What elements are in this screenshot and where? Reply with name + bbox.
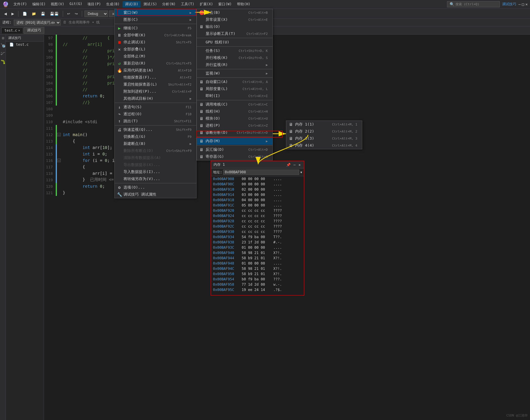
forward-btn[interactable]: ▶: [10, 11, 16, 16]
menu-build[interactable]: 生成(B): [104, 1, 122, 7]
mem-addr-16: 0x00BAF948: [213, 261, 239, 265]
tab-bar: test.c ✕ 调试技巧: [0, 26, 530, 35]
debug-config-dropdown[interactable]: Debug: [84, 11, 108, 17]
line-num-101: 101: [44, 62, 56, 66]
back-btn[interactable]: ◀: [2, 11, 9, 16]
collapse-btn-112[interactable]: -: [57, 133, 61, 136]
menu-edit[interactable]: 编辑(E): [30, 1, 48, 7]
memory-row-14: 0x00BAF940 58 98 21 01 X?!.: [211, 250, 304, 255]
memory-row-13: 0x00BAF93C 01 00 00 00 ....: [211, 245, 304, 250]
window-title: 调试技巧: [502, 2, 516, 7]
mem-chars-21: .?$.: [273, 288, 282, 292]
mem-chars-2: ....: [273, 187, 282, 192]
menu-test[interactable]: 测试(S): [141, 1, 159, 7]
memory-content[interactable]: 0x00BAF908 00 00 00 00 .... 0x00BAF90C 0…: [211, 176, 304, 293]
menu-analyze[interactable]: 分析(N): [160, 1, 178, 7]
search-sidebar-icon[interactable]: 🔍: [1, 42, 5, 49]
solution-item-testc[interactable]: 📄 test.c: [6, 42, 44, 48]
save-btn[interactable]: 💾: [39, 11, 47, 16]
code-line-114: 114 int arr[10];: [44, 144, 530, 151]
maximize-btn[interactable]: □: [522, 2, 524, 6]
menu-debug[interactable]: 调试(D): [123, 1, 141, 7]
mem-addr-18: 0x00BAF950: [213, 272, 239, 276]
menu-window[interactable]: 窗口(W): [216, 1, 234, 7]
mem-bytes-21: 19 ee 24 14: [242, 288, 271, 292]
line-num-104: 104: [44, 81, 56, 85]
line-num-115: 115: [44, 152, 56, 156]
green-bar-106: [56, 93, 57, 99]
mem-bytes-13: 01 00 00 00: [242, 245, 271, 250]
code-line-106: 106 return 0;: [44, 93, 530, 99]
memory-row-17: 0x00BAF94C 58 98 21 01 X?!.: [211, 266, 304, 271]
mem-chars-16: ....: [273, 261, 282, 265]
mem-bytes-11: 54 f9 ba 00: [242, 235, 271, 239]
memory-row-5: 0x00BAF91C 05 00 00 00 ....: [211, 203, 304, 208]
open-btn[interactable]: 📁: [30, 11, 38, 16]
line-num-111: 111: [44, 126, 56, 131]
menu-project[interactable]: 项目(P): [85, 1, 103, 7]
memory-addr-nav[interactable]: ▼: [300, 171, 302, 174]
memory-addr-input[interactable]: [223, 170, 299, 175]
mem-addr-20: 0x00BAF958: [213, 282, 239, 287]
redo-btn[interactable]: ↪: [73, 11, 79, 16]
mem-bytes-4: 04 00 00 00: [242, 198, 271, 202]
tab-solution[interactable]: 调试技巧: [24, 27, 44, 34]
mem-addr-0: 0x00BAF908: [213, 177, 239, 181]
code-line-108: 108: [44, 106, 530, 112]
memory-close-btn[interactable]: ✕: [298, 163, 302, 167]
bookmark-btn[interactable]: 🔖: [168, 11, 176, 16]
explorer-icon[interactable]: ⊞: [1, 36, 5, 40]
code-content-105: //: [62, 87, 530, 92]
line-num-99: 99: [44, 49, 56, 53]
mem-addr-1: 0x00BAF90C: [213, 182, 239, 186]
green-bar-99: [56, 48, 57, 54]
memory-pin-btn[interactable]: 📌: [285, 163, 292, 167]
solution-panel: 调试技巧 📄 test.c: [6, 35, 44, 420]
mem-chars-12: #.-.: [273, 240, 282, 244]
mem-addr-5: 0x00BAF91C: [213, 203, 239, 207]
mem-bytes-10: cc cc cc cc: [242, 230, 271, 234]
start-debug-btn[interactable]: ▶ 调试技巧: [132, 11, 154, 17]
memory-row-9: 0x00BAF92C cc cc cc cc ????: [211, 224, 304, 229]
memory-row-3: 0x00BAF914 03 00 00 00 ....: [211, 192, 304, 197]
tab-test-c-close[interactable]: ✕: [18, 29, 20, 32]
memory-minimize-btn[interactable]: —: [293, 163, 297, 167]
memory-row-11: 0x00BAF934 54 f9 ba 00 T??.: [211, 234, 304, 240]
code-content-107: //}: [62, 100, 530, 105]
blue-bar-117: [56, 164, 57, 170]
save-all-btn[interactable]: 💾💾: [48, 11, 60, 16]
line-num-114: 114: [44, 145, 56, 150]
pin-btn[interactable]: 📌: [159, 11, 167, 16]
search-box[interactable]: 🔍 搜索 (Ctrl+Q): [447, 1, 500, 7]
code-line-109: 109: [44, 112, 530, 118]
menu-extensions[interactable]: 扩展(X): [197, 1, 216, 7]
memory-row-18: 0x00BAF950 58 b9 21 01 X?!.: [211, 271, 304, 277]
menu-help[interactable]: 帮助(H): [235, 1, 253, 7]
memory-row-10: 0x00BAF930 cc cc cc cc ????: [211, 229, 304, 234]
green-bar-101: [56, 60, 57, 67]
menu-git[interactable]: Git(G): [67, 1, 84, 7]
tab-test-c[interactable]: test.c ✕: [1, 28, 23, 33]
memory-row-6: 0x00BAF920 cc cc cc cc ????: [211, 208, 304, 213]
debug-sidebar-icon[interactable]: 🐛: [1, 58, 5, 66]
collapse-btn-116[interactable]: -: [57, 159, 61, 162]
menu-view[interactable]: 视图(V): [48, 1, 67, 7]
arch-dropdown[interactable]: x86: [109, 11, 127, 17]
vs-logo: 🔮: [2, 1, 9, 7]
menu-tools[interactable]: 工具(T): [179, 1, 197, 7]
process-select[interactable]: 进程: [9916] 调试技巧.exe: [14, 20, 61, 26]
menu-file[interactable]: 文件(F): [11, 1, 29, 7]
new-file-btn[interactable]: 📄: [21, 11, 29, 16]
green-bar-102: [56, 67, 57, 73]
tab-test-c-label: test.c: [4, 28, 17, 33]
minimize-btn[interactable]: —: [519, 2, 521, 6]
memory-row-15: 0x00BAF944 58 b9 21 01 X?!.: [211, 255, 304, 261]
mem-bytes-9: cc cc cc cc: [242, 224, 271, 228]
git-icon[interactable]: ⎇: [1, 50, 5, 57]
line-num-112: 112: [44, 133, 56, 137]
green-bar-97: [56, 35, 57, 41]
undo-btn[interactable]: ↩: [65, 11, 72, 16]
close-btn[interactable]: ✕: [525, 2, 528, 6]
mem-bytes-17: 58 98 21 01: [242, 267, 271, 271]
mem-addr-8: 0x00BAF928: [213, 219, 239, 223]
